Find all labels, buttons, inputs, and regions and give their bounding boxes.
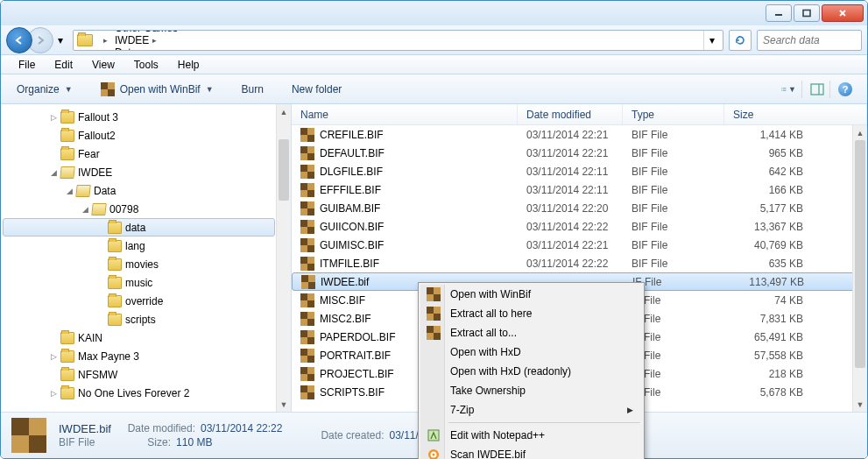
folder-icon xyxy=(108,295,122,307)
titlebar xyxy=(1,1,867,25)
tree-node[interactable]: ▷Fallout 3 xyxy=(1,108,291,126)
burn-button[interactable]: Burn xyxy=(235,81,271,98)
tree-node[interactable]: ◢IWDEE xyxy=(1,163,291,181)
tree-twisty[interactable]: ▷ xyxy=(48,113,59,122)
file-icon xyxy=(300,165,314,179)
table-row[interactable]: GUIMISC.BIF03/11/2014 22:21BIF File40,76… xyxy=(292,236,867,254)
folder-icon xyxy=(91,203,106,215)
tree-label: Fear xyxy=(78,148,100,160)
minimize-button[interactable] xyxy=(766,4,792,22)
table-row[interactable]: GUIBAM.BIF03/11/2014 22:20BIF File5,177 … xyxy=(292,199,867,217)
col-type[interactable]: Type xyxy=(623,104,724,124)
tree-label: No One Lives Forever 2 xyxy=(78,387,189,399)
folder-icon xyxy=(75,185,90,197)
search-box[interactable] xyxy=(757,30,862,51)
file-icon xyxy=(300,385,314,399)
breadcrumb-segment[interactable]: Data▸ xyxy=(111,46,221,51)
tree-node[interactable]: Fear xyxy=(1,145,291,163)
list-scrollbar[interactable]: ▲▼ xyxy=(852,125,867,412)
tree-node[interactable]: music xyxy=(1,273,291,292)
tree-twisty[interactable]: ◢ xyxy=(64,187,74,195)
tree-twisty[interactable]: ◢ xyxy=(80,205,90,214)
details-filename: IWDEE.bif xyxy=(59,422,111,435)
folder-icon xyxy=(108,277,122,289)
menu-file[interactable]: File xyxy=(10,57,44,73)
view-mode-button[interactable]: ▼ xyxy=(781,81,802,98)
tree-node[interactable]: movies xyxy=(1,255,291,273)
tree-node[interactable]: scripts xyxy=(1,310,291,328)
file-size: 642 KB xyxy=(724,166,812,178)
context-menu-item[interactable]: Take Ownership xyxy=(420,381,642,400)
open-with-button[interactable]: Open with WinBif▼ xyxy=(94,80,221,99)
menu-tools[interactable]: Tools xyxy=(125,57,167,73)
tree-node[interactable]: lang xyxy=(1,237,291,255)
submenu-arrow-icon: ▶ xyxy=(627,406,633,414)
tree-label: Fallout 3 xyxy=(78,111,118,124)
menu-view[interactable]: View xyxy=(83,57,123,73)
table-row[interactable]: ITMFILE.BIF03/11/2014 22:22BIF File635 K… xyxy=(292,254,867,272)
tree-twisty[interactable]: ◢ xyxy=(48,168,59,177)
table-row[interactable]: DEFAULT.BIF03/11/2014 22:21BIF File965 K… xyxy=(292,144,867,162)
folder-icon xyxy=(60,148,74,160)
table-row[interactable]: EFFFILE.BIF03/11/2014 22:11BIF File166 K… xyxy=(292,180,867,199)
context-menu-label: Open with HxD xyxy=(450,346,521,358)
context-menu-label: Extract all to... xyxy=(450,327,517,339)
file-size: 7,831 KB xyxy=(724,313,812,325)
table-row[interactable]: CREFILE.BIF03/11/2014 22:21BIF File1,414… xyxy=(292,125,867,144)
context-menu-item[interactable]: Extract all to here xyxy=(420,304,642,323)
file-icon xyxy=(300,312,314,326)
tree-node[interactable]: override xyxy=(1,292,291,310)
menu-edit[interactable]: Edit xyxy=(46,57,81,73)
tree-node[interactable]: NFSMW xyxy=(1,365,291,384)
help-button[interactable]: ? xyxy=(837,81,858,98)
new-folder-button[interactable]: New folder xyxy=(285,81,349,98)
tree-label: KAIN xyxy=(78,332,102,344)
tree-twisty[interactable]: ▷ xyxy=(48,389,59,398)
back-button[interactable] xyxy=(6,27,32,53)
tree-node[interactable]: ▷No One Lives Forever 2 xyxy=(1,384,291,402)
tree-node[interactable]: ◢00798 xyxy=(1,200,291,218)
context-menu-item[interactable]: Open with HxD xyxy=(420,342,642,362)
maximize-button[interactable] xyxy=(794,4,820,22)
tree-node[interactable]: ▷Max Payne 3 xyxy=(1,347,291,365)
tree-node[interactable]: KAIN xyxy=(1,328,291,347)
tree-label: Data xyxy=(94,185,116,197)
svg-point-13 xyxy=(433,454,435,456)
file-icon xyxy=(300,146,314,160)
file-name: GUIBAM.BIF xyxy=(320,202,380,215)
tree-node[interactable]: ◢Data xyxy=(1,181,291,200)
preview-pane-button[interactable] xyxy=(809,81,830,98)
tree-scrollbar[interactable]: ▲▼ xyxy=(276,104,291,412)
organize-button[interactable]: Organize▼ xyxy=(10,81,80,98)
file-size: 13,367 KB xyxy=(724,221,812,233)
context-menu-item[interactable]: 7-Zip▶ xyxy=(420,400,642,420)
tree-node[interactable]: data xyxy=(3,218,275,237)
context-menu-item[interactable]: Extract all to... xyxy=(420,323,642,342)
search-input[interactable] xyxy=(763,34,856,46)
refresh-button[interactable] xyxy=(729,30,752,51)
col-name[interactable]: Name xyxy=(292,104,518,124)
file-size: 65,491 KB xyxy=(724,331,812,343)
menu-help[interactable]: Help xyxy=(169,57,208,73)
close-button[interactable] xyxy=(822,4,864,22)
folder-tree[interactable]: ▷Fallout 3Fallout2Fear◢IWDEE◢Data◢00798d… xyxy=(1,104,292,412)
context-menu-item[interactable]: Edit with Notepad++ xyxy=(420,426,642,445)
folder-icon xyxy=(60,387,74,399)
context-menu-item[interactable]: Open with WinBif xyxy=(420,285,642,304)
tree-twisty[interactable]: ▷ xyxy=(48,352,59,361)
tree-label: movies xyxy=(125,258,159,271)
breadcrumb-segment[interactable]: IWDEE▸ xyxy=(111,34,221,46)
table-row[interactable]: DLGFILE.BIF03/11/2014 22:11BIF File642 K… xyxy=(292,162,867,180)
context-menu-label: Extract all to here xyxy=(450,307,532,320)
column-headers[interactable]: Name Date modified Type Size xyxy=(292,104,867,125)
nav-history-dropdown[interactable]: ▾ xyxy=(53,30,67,51)
col-date[interactable]: Date modified xyxy=(518,104,623,124)
context-menu-label: Edit with Notepad++ xyxy=(450,429,545,441)
table-row[interactable]: GUIICON.BIF03/11/2014 22:22BIF File13,36… xyxy=(292,217,867,236)
col-size[interactable]: Size xyxy=(724,104,867,124)
tree-node[interactable]: Fallout2 xyxy=(1,126,291,145)
context-menu-item[interactable]: Open with HxD (readonly) xyxy=(420,362,642,381)
breadcrumb-dropdown[interactable]: ▾ xyxy=(703,31,719,50)
breadcrumb[interactable]: ▸ Computer▸STEAMGAMES (D:)▸Other Games▸I… xyxy=(73,30,723,51)
context-menu-item[interactable]: Scan IWDEE.bif xyxy=(420,445,642,459)
